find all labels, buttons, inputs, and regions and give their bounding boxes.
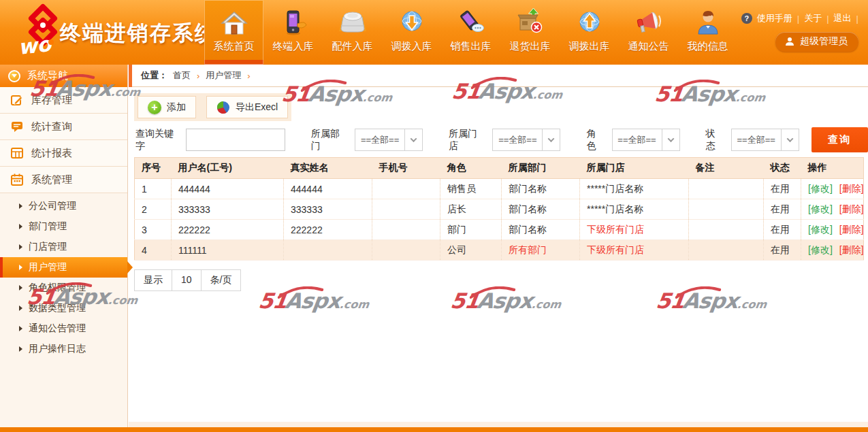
cell-actions: [修改][删除] xyxy=(801,199,864,220)
edit-link[interactable]: [修改] xyxy=(808,183,833,194)
cell-no: 4 xyxy=(135,240,172,261)
cell-no: 1 xyxy=(135,179,172,199)
keyword-input[interactable] xyxy=(186,129,285,151)
accessory-in-icon xyxy=(337,6,368,38)
sales-out-icon xyxy=(455,6,487,38)
dept-select[interactable]: ==全部== xyxy=(355,129,423,151)
transfer-in-icon xyxy=(397,6,427,38)
chevron-down-icon[interactable] xyxy=(8,70,20,82)
sidebar-header: 系统导航 xyxy=(0,65,127,87)
triangle-bullet-icon xyxy=(19,203,22,209)
status-select[interactable]: ==全部== xyxy=(731,129,799,151)
role-select[interactable]: ==全部== xyxy=(612,129,680,151)
sidebar-item-notice-mgmt[interactable]: 通知公告管理 xyxy=(0,318,127,339)
manual-link[interactable]: 使用手册 xyxy=(757,12,792,24)
cell-realname: 333333 xyxy=(284,199,372,220)
return-out-icon xyxy=(515,6,545,38)
nav-item-terminal-in[interactable]: 终端入库 xyxy=(263,0,323,65)
terminal-in-icon xyxy=(278,6,308,38)
col-header-dept: 所属部门 xyxy=(502,158,580,179)
toolbar: + 添加 导出Execl xyxy=(134,93,291,121)
add-button-label: 添加 xyxy=(167,101,186,114)
top-links: ? 使用手册 | 关于 | 退出 | xyxy=(741,12,858,24)
notice-icon xyxy=(633,6,664,38)
nav-item-accessory-in[interactable]: 配件入库 xyxy=(323,0,382,65)
search-button[interactable]: 查询 xyxy=(811,127,868,152)
sidebar: 系统导航 库存管理 统计查询 统计报表 系统管理 xyxy=(0,65,128,427)
cell-status: 在用 xyxy=(764,240,801,261)
status-filter-label: 状态 xyxy=(706,128,724,152)
svg-text:wo: wo xyxy=(17,32,54,59)
edit-link[interactable]: [修改] xyxy=(808,244,833,255)
edit-link[interactable]: [修改] xyxy=(808,203,833,214)
nav-item-label: 调拨出库 xyxy=(569,40,610,53)
table-header-row: 序号 用户名(工号) 真实姓名 手机号 角色 所属部门 所属门店 备注 状态 操… xyxy=(135,158,864,179)
help-icon[interactable]: ? xyxy=(741,13,752,24)
sidebar-item-system[interactable]: 系统管理 xyxy=(0,167,127,193)
store-select[interactable]: ==全部== xyxy=(492,129,560,151)
delete-link[interactable]: [删除] xyxy=(839,244,864,255)
store-filter-label: 所属门店 xyxy=(449,128,485,152)
breadcrumb-label: 位置： xyxy=(141,69,167,82)
status-select-value: ==全部== xyxy=(732,129,781,150)
cell-no: 2 xyxy=(135,199,172,220)
cell-dept: 部门名称 xyxy=(502,179,580,199)
sidebar-subitem-label: 分公司管理 xyxy=(29,200,76,212)
triangle-bullet-icon xyxy=(19,224,22,229)
nav-item-sales-out[interactable]: 销售出库 xyxy=(441,0,500,65)
table-row: 2333333333333店长部门名称*****门店名称在用[修改][删除] xyxy=(135,199,864,220)
about-link[interactable]: 关于 xyxy=(804,12,822,24)
sidebar-item-inventory[interactable]: 库存管理 xyxy=(0,87,127,114)
sidebar-item-label: 库存管理 xyxy=(31,94,72,107)
breadcrumb-current-link[interactable]: 用户管理 xyxy=(206,69,241,82)
cell-store: *****门店名称 xyxy=(580,199,689,220)
logout-link[interactable]: 退出 xyxy=(834,12,852,24)
delete-link[interactable]: [删除] xyxy=(839,203,864,214)
nav-item-notice[interactable]: 通知公告 xyxy=(619,0,678,65)
user-icon xyxy=(785,37,794,46)
triangle-bullet-icon xyxy=(19,346,22,352)
nav-item-transfer-out[interactable]: 调拨出库 xyxy=(560,0,619,65)
current-user-badge[interactable]: 超级管理员 xyxy=(775,32,858,52)
sidebar-item-stat-query[interactable]: 统计查询 xyxy=(0,114,127,140)
add-button[interactable]: + 添加 xyxy=(138,96,196,118)
pagination: 显示 10 条/页 xyxy=(134,269,241,291)
profile-icon xyxy=(693,6,723,38)
role-filter-label: 角色 xyxy=(586,128,605,152)
sidebar-subitem-label: 角色权限管理 xyxy=(29,282,86,294)
nav-item-return-out[interactable]: 退货出库 xyxy=(500,0,560,65)
cell-actions: [修改][删除] xyxy=(801,240,864,261)
cell-no: 3 xyxy=(135,220,172,240)
cell-phone xyxy=(372,179,440,199)
breadcrumb-home-link[interactable]: 首页 xyxy=(173,69,191,82)
sidebar-item-role-mgmt[interactable]: 角色权限管理 xyxy=(0,278,127,298)
sidebar-item-dept-mgmt[interactable]: 部门管理 xyxy=(0,216,127,237)
sidebar-item-user-log[interactable]: 用户操作日志 xyxy=(0,339,127,359)
pagination-show-label: 显示 xyxy=(135,270,172,290)
page-size-value[interactable]: 10 xyxy=(172,270,202,290)
export-button-label: 导出Execl xyxy=(236,101,278,114)
sidebar-item-stat-report[interactable]: 统计报表 xyxy=(0,140,127,167)
cell-note xyxy=(689,240,764,261)
sidebar-item-datatype-mgmt[interactable]: 数据类型管理 xyxy=(0,298,127,318)
delete-link[interactable]: [删除] xyxy=(839,224,864,235)
cell-store: 下级所有门店 xyxy=(580,240,689,261)
main-content: 位置： 首页 › 用户管理 › + 添加 导出Execl 查询关键字 所属部门 xyxy=(129,65,868,427)
nav-item-label: 调拨入库 xyxy=(391,40,432,53)
triangle-bullet-icon xyxy=(19,265,22,270)
sidebar-item-branch-mgmt[interactable]: 分公司管理 xyxy=(0,196,127,216)
app-title: 终端进销存系统 xyxy=(60,19,217,48)
edit-link[interactable]: [修改] xyxy=(808,224,833,235)
cell-realname xyxy=(284,240,372,261)
cell-status: 在用 xyxy=(764,199,801,220)
link-separator: | xyxy=(826,14,829,24)
nav-item-label: 终端入库 xyxy=(273,40,314,53)
sidebar-item-user-mgmt[interactable]: 用户管理 xyxy=(0,257,127,278)
sidebar-item-store-mgmt[interactable]: 门店管理 xyxy=(0,237,127,257)
nav-item-profile[interactable]: 我的信息 xyxy=(678,0,737,65)
triangle-bullet-icon xyxy=(19,244,22,250)
nav-item-transfer-in[interactable]: 调拨入库 xyxy=(382,0,441,65)
nav-item-home[interactable]: 系统首页 xyxy=(204,0,263,65)
export-excel-button[interactable]: 导出Execl xyxy=(206,96,288,118)
delete-link[interactable]: [删除] xyxy=(839,183,864,194)
